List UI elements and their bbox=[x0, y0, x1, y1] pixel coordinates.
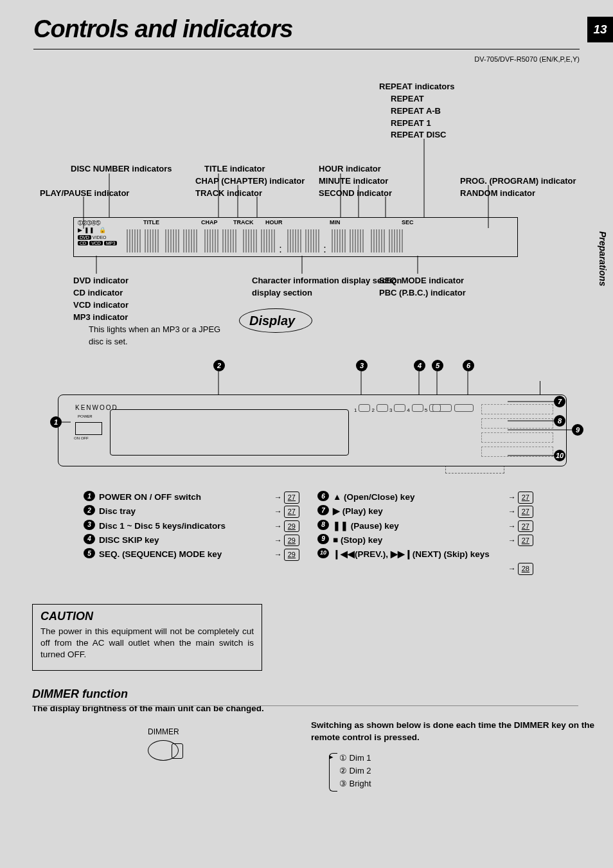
repeat-item: REPEAT A-B bbox=[391, 105, 455, 118]
repeat-item: REPEAT 1 bbox=[391, 118, 455, 130]
model-code: DV-705/DVF-R5070 (EN/K,P,E,Y) bbox=[474, 55, 580, 63]
controls-right-col: 6▲ (Open/Close) key→27 7▶ (Play) key→27 … bbox=[317, 490, 533, 577]
remote-button-icon bbox=[148, 740, 179, 761]
list-item: 2Disc tray→27 bbox=[84, 505, 299, 518]
callout-10: 10 bbox=[554, 450, 565, 461]
callout-6: 6 bbox=[463, 360, 474, 371]
list-item: 5SEQ. (SEQUENCE) MODE key→29 bbox=[84, 548, 299, 561]
callout-7: 7 bbox=[554, 396, 565, 407]
list-item: 4DISC SKIP key→29 bbox=[84, 534, 299, 547]
dimmer-heading: DIMMER function bbox=[32, 687, 578, 701]
disc-number-label: DISC NUMBER indicators bbox=[71, 163, 172, 175]
list-item: 1POWER ON / OFF switch→27 bbox=[84, 491, 299, 504]
dimmer-switch-text: Switching as shown below is done each ti… bbox=[311, 720, 607, 744]
mp3-note: This lights when an MP3 or a JPEG disc i… bbox=[89, 324, 230, 348]
mp3-indicator-label: MP3 indicator bbox=[73, 312, 128, 324]
right-button-row bbox=[481, 404, 553, 414]
second-indicator-label: SECOND indicator bbox=[319, 188, 392, 200]
dimmer-remote-icon: DIMMER bbox=[148, 727, 179, 761]
repeat-item: REPEAT DISC bbox=[391, 129, 455, 141]
page-number-tab: 13 bbox=[587, 17, 613, 42]
repeat-heading: REPEAT indicators bbox=[379, 81, 455, 93]
display-heading: Display bbox=[249, 314, 295, 328]
vcd-indicator-label: VCD indicator bbox=[73, 299, 129, 312]
prog-indicator-label: PROG. (PROGRAM) indicator bbox=[460, 175, 576, 188]
list-item: 10❙◀◀(PREV.), ▶▶❙(NEXT) (Skip) keys bbox=[317, 548, 533, 561]
list-item: 6▲ (Open/Close) key→27 bbox=[317, 491, 533, 504]
seq-mode-label: SEQ. MODE indicator bbox=[379, 275, 464, 287]
controls-list: 1POWER ON / OFF switch→27 2Disc tray→27 … bbox=[84, 490, 533, 577]
play-pause-label: PLAY/PAUSE indicator bbox=[40, 188, 129, 200]
chap-indicator-label: CHAP (CHAPTER) indicator bbox=[195, 175, 305, 188]
dimmer-step: ① Dim 1 bbox=[339, 752, 371, 765]
pbc-label: PBC (P.B.C.) indicator bbox=[379, 287, 466, 299]
controls-left-col: 1POWER ON / OFF switch→27 2Disc tray→27 … bbox=[84, 490, 299, 577]
disc-icons: ➀➁➂➃➄ ▶ ❚❚ 🔒 DVDVIDEO CDVCDMP3 bbox=[78, 220, 118, 246]
display-panel: ➀➁➂➃➄ ▶ ❚❚ 🔒 DVDVIDEO CDVCDMP3 TITLE CHA… bbox=[73, 217, 518, 257]
track-indicator-label: TRACK indicator bbox=[195, 188, 262, 200]
power-label: POWER bbox=[78, 414, 93, 418]
title-rule bbox=[33, 49, 580, 49]
dimmer-cycle: ▸ ① Dim 1 ② Dim 2 ③ Bright bbox=[339, 752, 371, 790]
caution-text: The power in this equipment will not be … bbox=[40, 626, 254, 661]
title-indicator-label: TITLE indicator bbox=[204, 163, 265, 175]
dvd-indicator-label: DVD indicator bbox=[73, 275, 129, 287]
char-info-label-2: display section bbox=[252, 287, 312, 299]
dimmer-step: ② Dim 2 bbox=[339, 765, 371, 777]
manual-page: 13 Preparations Controls and indicators … bbox=[0, 0, 613, 868]
callout-4: 4 bbox=[414, 360, 425, 371]
callout-2: 2 bbox=[213, 360, 225, 371]
dimmer-remote-label: DIMMER bbox=[148, 727, 179, 736]
page-title: Controls and indicators bbox=[33, 15, 292, 43]
repeat-indicators-label: REPEAT indicators REPEAT REPEAT A-B REPE… bbox=[379, 81, 455, 141]
callout-9: 9 bbox=[572, 424, 583, 436]
list-item: 3Disc 1 ~ Disc 5 keys/indicators→29 bbox=[84, 520, 299, 533]
caution-box: CAUTION The power in this equipment will… bbox=[32, 604, 262, 671]
right-button-row bbox=[481, 418, 553, 429]
disc-keys-row: 12345 bbox=[354, 404, 442, 413]
minute-indicator-label: MINUTE indicator bbox=[319, 175, 388, 188]
right-button-row bbox=[481, 447, 553, 457]
caution-heading: CAUTION bbox=[40, 610, 254, 623]
callout-8: 8 bbox=[554, 415, 565, 427]
callout-1: 1 bbox=[50, 416, 62, 428]
disc-tray-icon bbox=[110, 409, 349, 456]
cd-indicator-label: CD indicator bbox=[73, 287, 123, 299]
list-item: 7▶ (Play) key→27 bbox=[317, 505, 533, 518]
callout-3: 3 bbox=[356, 360, 368, 371]
hour-indicator-label: HOUR indicator bbox=[319, 163, 381, 175]
section-tab: Preparations bbox=[598, 231, 608, 287]
dimmer-section: DIMMER function The display brightness o… bbox=[32, 687, 578, 713]
list-item: 9■ (Stop) key→27 bbox=[317, 534, 533, 547]
repeat-item: REPEAT bbox=[391, 93, 455, 105]
list-item: 8❚❚ (Pause) key→27 bbox=[317, 520, 533, 533]
right-button-row bbox=[481, 432, 553, 443]
power-switch-icon bbox=[75, 422, 102, 435]
dimmer-step: ③ Bright bbox=[339, 777, 371, 790]
on-off-label: ON OFF bbox=[74, 436, 89, 440]
main-unit-diagram: KENWOOD POWER ON OFF 12345 bbox=[58, 394, 567, 466]
random-indicator-label: RANDOM indicator bbox=[460, 188, 535, 200]
callout-5: 5 bbox=[432, 360, 443, 371]
